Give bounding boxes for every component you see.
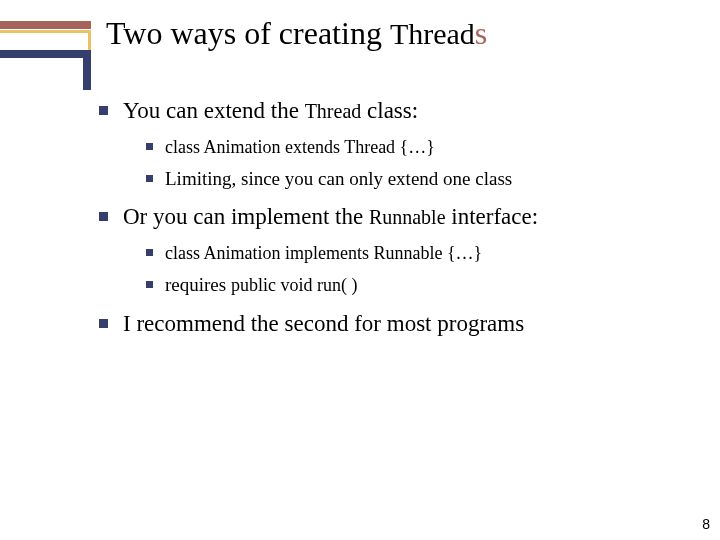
decoration-navy-h (0, 50, 91, 58)
slide: Two ways of creating Threads You can ext… (0, 0, 720, 540)
b2-code: Runnable (369, 206, 446, 228)
b2-sub2-pre: requires (165, 274, 231, 295)
b1-sub2: Limiting, since you can only extend one … (143, 166, 690, 192)
page-number: 8 (702, 516, 710, 532)
bullet-list: You can extend the Thread class: class A… (95, 95, 690, 339)
decoration-yellow-h (0, 30, 91, 33)
b1-sub1: class Animation extends Thread {…} (143, 134, 690, 160)
b1-sub2-text: Limiting, since you can only extend one … (165, 168, 512, 189)
title-code: Thread (390, 17, 475, 50)
b2-sub1: class Animation implements Runnable {…} (143, 240, 690, 266)
bullet-2: Or you can implement the Runnable interf… (95, 201, 690, 297)
slide-title: Two ways of creating Threads (106, 15, 487, 52)
decoration-yellow-v (88, 33, 91, 50)
b2-pre: Or you can implement the (123, 204, 369, 229)
content-area: You can extend the Thread class: class A… (95, 95, 690, 347)
title-pre: Two ways of creating (106, 15, 390, 51)
b2-sub1-code: class Animation implements Runnable {…} (165, 243, 482, 263)
bullet-3: I recommend the second for most programs (95, 308, 690, 339)
b1-pre: You can extend the (123, 98, 305, 123)
b1-sub1-code: class Animation extends Thread {…} (165, 137, 435, 157)
b2-sub2: requires public void run( ) (143, 272, 690, 298)
bullet-1: You can extend the Thread class: class A… (95, 95, 690, 191)
b2-sub2-code: public void run( ) (231, 275, 357, 295)
bullet-1-sublist: class Animation extends Thread {…} Limit… (143, 134, 690, 191)
title-suffix: s (475, 15, 487, 51)
bullet-2-sublist: class Animation implements Runnable {…} … (143, 240, 690, 297)
decoration-navy-v (83, 50, 91, 90)
decoration-red-bar (0, 21, 91, 29)
b1-post: class: (361, 98, 418, 123)
b3-text: I recommend the second for most programs (123, 311, 524, 336)
b1-code: Thread (305, 100, 362, 122)
b2-post: interface: (446, 204, 539, 229)
